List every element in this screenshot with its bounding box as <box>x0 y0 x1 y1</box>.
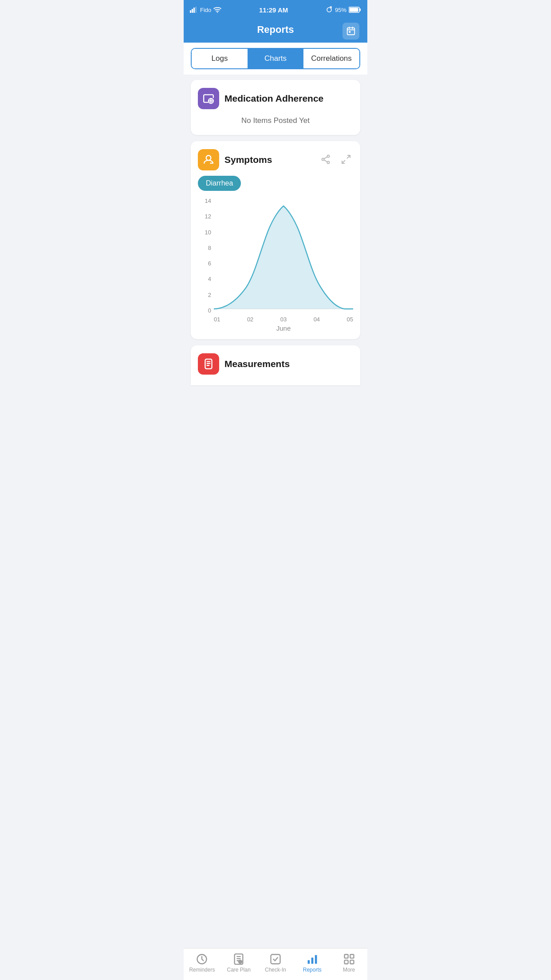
status-time: 11:29 AM <box>259 6 288 14</box>
svg-rect-1 <box>192 9 193 13</box>
svg-rect-8 <box>349 8 358 12</box>
medication-header: Medication Adherence <box>198 88 353 109</box>
symptom-tags: Diarrhea <box>198 176 353 191</box>
chart-x-axis: 01 02 03 04 05 June <box>214 313 353 331</box>
medication-title: Medication Adherence <box>224 93 323 104</box>
chart-y-axis: 14 12 10 8 6 4 2 0 <box>198 198 214 313</box>
status-right: 95% <box>326 6 361 13</box>
share-icon <box>320 154 331 165</box>
status-left: Fido <box>190 7 221 13</box>
wifi-icon <box>213 7 221 13</box>
symptoms-title: Symptoms <box>224 154 272 165</box>
measurements-card: Measurements <box>191 345 360 385</box>
tabs-container: Logs Charts Correlations <box>184 43 367 75</box>
svg-point-21 <box>327 161 330 163</box>
measurements-title: Measurements <box>224 359 290 369</box>
svg-point-19 <box>327 155 330 157</box>
svg-line-25 <box>342 160 345 163</box>
measurements-header: Measurements <box>198 353 353 375</box>
svg-line-24 <box>347 155 350 158</box>
battery-icon <box>349 7 361 13</box>
expand-button[interactable] <box>339 152 353 168</box>
svg-point-20 <box>322 158 324 160</box>
signal-icon <box>190 7 198 13</box>
status-bar: Fido 11:29 AM 95% <box>184 0 367 20</box>
calendar-button[interactable] <box>342 23 359 40</box>
medication-icon <box>198 88 219 109</box>
share-button[interactable] <box>319 152 333 168</box>
page-title: Reports <box>257 24 294 36</box>
calendar-icon <box>346 26 356 36</box>
symptoms-actions <box>319 152 353 168</box>
tab-correlations[interactable]: Correlations <box>303 49 359 68</box>
svg-rect-0 <box>190 10 191 13</box>
rotation-lock-icon <box>326 6 333 13</box>
svg-point-4 <box>217 12 218 13</box>
content-area: Medication Adherence No Items Posted Yet… <box>184 75 367 391</box>
tabs: Logs Charts Correlations <box>191 48 360 69</box>
svg-rect-2 <box>193 8 195 13</box>
symptoms-chart: 14 12 10 8 6 4 2 0 <box>198 198 353 331</box>
expand-icon <box>341 154 351 165</box>
svg-rect-7 <box>359 8 361 11</box>
medication-adherence-card: Medication Adherence No Items Posted Yet <box>191 80 360 135</box>
chart-month-label: June <box>276 324 291 332</box>
carrier-label: Fido <box>200 7 211 13</box>
chart-svg-area <box>214 198 353 313</box>
svg-point-17 <box>206 155 211 160</box>
tab-charts[interactable]: Charts <box>248 49 303 68</box>
header: Reports <box>184 20 367 43</box>
medication-empty-text: No Items Posted Yet <box>198 114 353 127</box>
svg-line-22 <box>324 157 327 159</box>
svg-rect-9 <box>347 28 355 35</box>
svg-rect-13 <box>349 31 350 33</box>
battery-percent: 95% <box>335 7 346 13</box>
measurements-icon <box>198 353 219 375</box>
symptom-tag-diarrhea[interactable]: Diarrhea <box>198 176 241 191</box>
svg-line-23 <box>324 160 327 162</box>
symptoms-header: Symptoms <box>198 149 353 170</box>
symptoms-card: Symptoms <box>191 141 360 339</box>
svg-point-5 <box>327 8 331 12</box>
svg-rect-3 <box>195 7 197 13</box>
symptoms-icon <box>198 149 219 170</box>
tab-logs[interactable]: Logs <box>192 49 248 68</box>
